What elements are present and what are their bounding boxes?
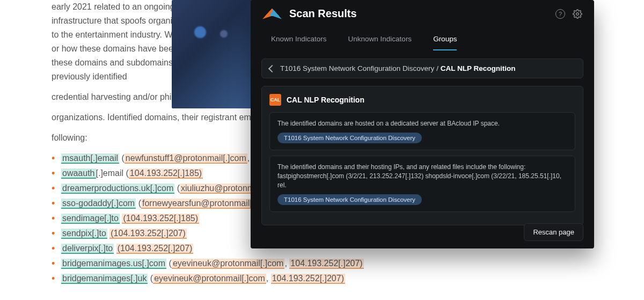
help-icon[interactable]: ? bbox=[555, 9, 565, 19]
recognition-card: CAL CAL NLP Recognition The identified d… bbox=[261, 86, 583, 225]
ioc-detail: (104.193.252[.]185) bbox=[122, 214, 199, 224]
ioc-detail: (104.193.252[.]207) bbox=[116, 244, 194, 254]
svg-point-0 bbox=[576, 12, 579, 15]
breadcrumb: T1016 System Network Configuration Disco… bbox=[261, 58, 583, 78]
tab-groups[interactable]: Groups bbox=[433, 35, 457, 50]
tab-known-indicators[interactable]: Known Indicators bbox=[271, 35, 327, 50]
ioc-detail: 104.193.252[.]207) bbox=[289, 259, 363, 269]
ioc-detail: (104.193.252[.]207) bbox=[109, 229, 187, 239]
scan-results-panel: Scan Results ? Known IndicatorsUnknown I… bbox=[251, 0, 594, 248]
ioc-domain: bridgemanimages[.]uk bbox=[61, 274, 148, 284]
list-item: bridgemanimages[.]uk (eyevineuk@protonma… bbox=[52, 272, 408, 286]
ioc-detail: 104.193.252[.]207) bbox=[271, 274, 345, 284]
ioc-domain: dreamerproductions.uk[.]com bbox=[61, 184, 174, 194]
ioc-domain: sendpix[.]to bbox=[61, 229, 107, 239]
ioc-detail: eyevineuk@protonmail[.]com bbox=[153, 274, 266, 284]
ioc-domain: sendimage[.]to bbox=[61, 214, 120, 224]
tab-unknown-indicators[interactable]: Unknown Indicators bbox=[348, 35, 412, 50]
ioc-domain: owaauth bbox=[61, 169, 96, 179]
gear-icon[interactable] bbox=[573, 9, 582, 19]
panel-title: Scan Results bbox=[289, 8, 548, 20]
ioc-domain: bridgemanimages.us[.]com bbox=[61, 259, 166, 269]
breadcrumb-current: CAL NLP Recognition bbox=[441, 64, 516, 72]
technique-chip[interactable]: T1016 System Network Configuration Disco… bbox=[277, 194, 422, 205]
card-title: CAL NLP Recognition bbox=[287, 96, 364, 104]
recognition-block: The identified domains are hosted on a d… bbox=[269, 112, 575, 150]
technique-chip[interactable]: T1016 System Network Configuration Disco… bbox=[277, 133, 422, 143]
recognition-text: The identified domains and their hosting… bbox=[277, 163, 567, 190]
tabs: Known IndicatorsUnknown IndicatorsGroups bbox=[251, 25, 594, 51]
ioc-domain: sso-godaddy[.]com bbox=[61, 199, 136, 209]
breadcrumb-parent[interactable]: T1016 System Network Configuration Disco… bbox=[280, 64, 434, 72]
list-item: bridgemanimages.us[.]com (eyevineuk@prot… bbox=[52, 257, 408, 270]
cal-badge-icon: CAL bbox=[269, 94, 281, 106]
back-icon[interactable] bbox=[268, 64, 276, 72]
recognition-text: The identified domains are hosted on a d… bbox=[277, 119, 567, 128]
ioc-detail: eyevineuk@protonmail[.]com bbox=[172, 259, 285, 269]
app-logo bbox=[262, 9, 282, 19]
recognition-block: The identified domains and their hosting… bbox=[269, 156, 575, 212]
ioc-detail: 104.193.252[.]185) bbox=[129, 169, 203, 179]
ioc-detail: newfunstuff1@protonmail[.]com bbox=[125, 153, 247, 164]
hero-image bbox=[172, 0, 255, 108]
ioc-domain: deliverpix[.]to bbox=[61, 244, 114, 254]
ioc-domain: msauth[.]email bbox=[61, 153, 119, 164]
rescan-button[interactable]: Rescan page bbox=[524, 223, 583, 241]
